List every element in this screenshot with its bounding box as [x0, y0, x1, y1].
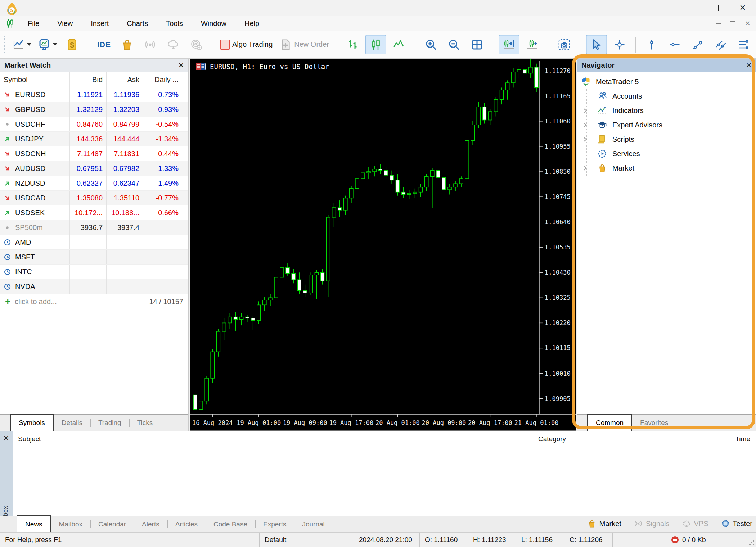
- zoom-in-icon: [424, 38, 437, 51]
- tree-item-accounts[interactable]: Accounts: [577, 89, 756, 103]
- column-header-bid[interactable]: Bid: [69, 72, 106, 87]
- candle-chart-mode-button[interactable]: [365, 35, 386, 54]
- fibonacci-tool-button[interactable]: [733, 35, 754, 54]
- toolbox-tab-journal[interactable]: Journal: [294, 516, 332, 532]
- child-minimize-icon[interactable]: [716, 23, 721, 24]
- market-watch-tab-trading[interactable]: Trading: [90, 415, 129, 431]
- bar-chart-mode-button[interactable]: [342, 35, 363, 54]
- profiles-button[interactable]: [36, 35, 59, 54]
- algo-trading-button[interactable]: Algo Trading: [218, 35, 275, 54]
- chevron-right-icon[interactable]: [583, 122, 588, 128]
- column-header-daily[interactable]: Daily ...: [143, 72, 182, 87]
- menu-charts[interactable]: Charts: [118, 16, 157, 31]
- table-row-nvda[interactable]: NVDA: [0, 279, 188, 294]
- menu-view[interactable]: View: [48, 16, 82, 31]
- add-symbol-row[interactable]: + click to add... 14 / 10157: [0, 294, 188, 309]
- column-time[interactable]: Time: [665, 434, 756, 444]
- column-subject[interactable]: Subject: [13, 434, 533, 444]
- chart-type-button[interactable]: [10, 35, 33, 54]
- table-row-sp500m[interactable]: SP500m3936.73937.4: [0, 220, 188, 235]
- status-profile[interactable]: Default: [259, 533, 354, 547]
- table-row-usdcad[interactable]: USDCAD1.350801.35110-0.77%: [0, 191, 188, 205]
- table-row-usdchf[interactable]: USDCHF0.847600.84799-0.54%: [0, 117, 188, 132]
- table-row-amd[interactable]: AMD: [0, 235, 188, 250]
- menu-tools[interactable]: Tools: [157, 16, 192, 31]
- market-watch-tab-symbols[interactable]: Symbols: [10, 414, 54, 431]
- toolbox-tab-calendar[interactable]: Calendar: [90, 516, 134, 532]
- signals-button[interactable]: [140, 35, 161, 54]
- daily-change-cell: [143, 250, 182, 264]
- resize-grip[interactable]: [749, 540, 755, 546]
- column-category[interactable]: Category: [533, 434, 665, 444]
- toolbar-drag-handle[interactable]: [4, 36, 6, 53]
- market-watch-tab-ticks[interactable]: Ticks: [129, 415, 161, 431]
- chart-shift-button[interactable]: [522, 35, 543, 54]
- menu-file[interactable]: File: [19, 16, 48, 31]
- shortcut-signals[interactable]: Signals: [634, 519, 670, 528]
- chevron-right-icon[interactable]: [583, 165, 588, 171]
- table-row-usdsek[interactable]: USDSEK10.172...10.188...-0.66%: [0, 205, 188, 220]
- trendline-tool-button[interactable]: [687, 35, 708, 54]
- chevron-right-icon[interactable]: [583, 136, 588, 143]
- minimize-button[interactable]: [680, 2, 696, 14]
- ide-button[interactable]: IDE: [94, 35, 114, 54]
- toolbox-tab-news[interactable]: News: [17, 515, 51, 532]
- toolbox-tab-mailbox[interactable]: Mailbox: [51, 516, 90, 532]
- navigator-tab-common[interactable]: Common: [587, 414, 632, 431]
- child-restore-icon[interactable]: [730, 21, 735, 26]
- menu-insert[interactable]: Insert: [82, 16, 118, 31]
- screenshot-button[interactable]: [554, 35, 575, 54]
- zoom-out-button[interactable]: [444, 35, 464, 54]
- table-row-intc[interactable]: INTC: [0, 265, 188, 279]
- chevron-right-icon[interactable]: [583, 107, 588, 114]
- cursor-tool-button[interactable]: [586, 35, 607, 54]
- channel-tool-button[interactable]: [710, 35, 731, 54]
- close-button[interactable]: ✕: [734, 2, 751, 14]
- auto-scroll-button[interactable]: [499, 35, 519, 54]
- tree-item-market[interactable]: Market: [577, 161, 756, 175]
- market-watch-tab-details[interactable]: Details: [54, 415, 90, 431]
- tree-item-services[interactable]: Services: [577, 146, 756, 161]
- column-header-ask[interactable]: Ask: [106, 72, 143, 87]
- maximize-button[interactable]: [707, 2, 724, 14]
- shortcut-tester[interactable]: Tester: [721, 519, 752, 528]
- crosshair-tool-button[interactable]: [609, 35, 630, 54]
- close-icon[interactable]: ✕: [746, 61, 752, 69]
- vps-button[interactable]: [163, 35, 184, 54]
- toolbox-tab-alerts[interactable]: Alerts: [134, 516, 167, 532]
- candlestick-chart[interactable]: 1.112701.111651.110601.109551.108501.107…: [190, 59, 576, 430]
- child-close-icon[interactable]: ✕: [745, 19, 750, 27]
- close-icon[interactable]: ✕: [178, 61, 184, 69]
- menu-help[interactable]: Help: [235, 16, 268, 31]
- menu-window[interactable]: Window: [192, 16, 235, 31]
- toolbox-tab-experts[interactable]: Experts: [255, 516, 294, 532]
- toolbox-tab-code-base[interactable]: Code Base: [206, 516, 255, 532]
- tree-item-scripts[interactable]: Scripts: [577, 132, 756, 146]
- table-row-nzdusd[interactable]: NZDUSD0.623270.623471.49%: [0, 176, 188, 191]
- column-header-symbol[interactable]: Symbol: [0, 76, 69, 84]
- tile-windows-button[interactable]: [467, 35, 487, 54]
- table-row-usdcnh[interactable]: USDCNH7.114877.11831-0.44%: [0, 146, 188, 161]
- new-order-button[interactable]: New Order: [277, 35, 331, 54]
- toolbox-tab-articles[interactable]: Articles: [167, 516, 206, 532]
- table-row-msft[interactable]: MSFT: [0, 250, 188, 265]
- close-icon[interactable]: ✕: [3, 434, 9, 442]
- tree-item-expert-advisors[interactable]: Expert Advisors: [577, 118, 756, 132]
- chart-window[interactable]: EURUSD, H1: Euro vs US Dollar 1.112701.1…: [190, 59, 576, 431]
- line-chart-mode-button[interactable]: [388, 35, 409, 54]
- tree-item-metatrader-5[interactable]: MetaTrader 5: [577, 74, 756, 89]
- table-row-eurusd[interactable]: EURUSD1.119211.119360.73%: [0, 87, 188, 102]
- navigator-tab-favorites[interactable]: Favorites: [632, 415, 676, 431]
- horizontal-line-tool-button[interactable]: [664, 35, 685, 54]
- shortcut-market[interactable]: Market: [587, 519, 621, 528]
- table-row-audusd[interactable]: AUDUSD0.679510.679821.33%: [0, 161, 188, 176]
- market-store-button[interactable]: [117, 35, 138, 54]
- table-row-gbpusd[interactable]: GBPUSD1.321291.322030.93%: [0, 102, 188, 117]
- shortcut-vps[interactable]: VPS: [682, 519, 708, 528]
- vertical-line-tool-button[interactable]: [641, 35, 662, 54]
- search-community-button[interactable]: [186, 35, 207, 54]
- zoom-in-button[interactable]: [420, 35, 441, 54]
- tree-item-indicators[interactable]: Indicators: [577, 103, 756, 118]
- deposit-button[interactable]: $: [62, 35, 82, 54]
- table-row-usdjpy[interactable]: USDJPY144.336144.444-1.34%: [0, 132, 188, 146]
